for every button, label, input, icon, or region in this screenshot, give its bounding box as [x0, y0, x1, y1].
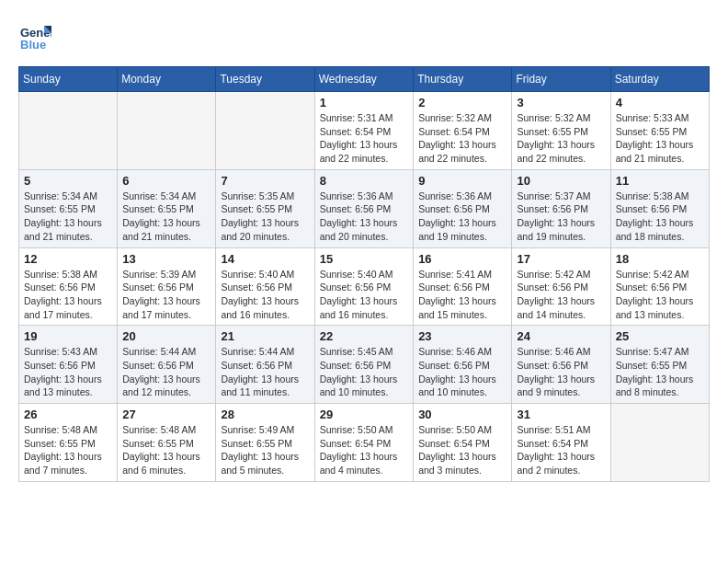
week-row-2: 5Sunrise: 5:34 AMSunset: 6:55 PMDaylight… — [19, 169, 710, 247]
day-info: Sunrise: 5:45 AMSunset: 6:56 PMDaylight:… — [320, 345, 408, 399]
day-info: Sunrise: 5:51 AMSunset: 6:54 PMDaylight:… — [517, 423, 605, 477]
day-number: 19 — [24, 329, 112, 343]
calendar-cell: 14Sunrise: 5:40 AMSunset: 6:56 PMDayligh… — [216, 247, 314, 326]
calendar-cell — [118, 92, 216, 170]
calendar-cell: 17Sunrise: 5:42 AMSunset: 6:56 PMDayligh… — [512, 247, 610, 326]
day-number: 16 — [418, 252, 506, 266]
week-row-3: 12Sunrise: 5:38 AMSunset: 6:56 PMDayligh… — [19, 247, 710, 326]
day-number: 3 — [517, 96, 605, 109]
day-info: Sunrise: 5:46 AMSunset: 6:56 PMDaylight:… — [517, 345, 605, 399]
day-info: Sunrise: 5:31 AMSunset: 6:54 PMDaylight:… — [320, 111, 408, 166]
day-info: Sunrise: 5:43 AMSunset: 6:56 PMDaylight:… — [24, 345, 112, 399]
calendar-cell: 7Sunrise: 5:35 AMSunset: 6:55 PMDaylight… — [216, 169, 314, 247]
day-number: 22 — [320, 329, 408, 343]
calendar-cell: 26Sunrise: 5:48 AMSunset: 6:55 PMDayligh… — [19, 404, 118, 482]
day-info: Sunrise: 5:40 AMSunset: 6:56 PMDaylight:… — [320, 268, 408, 322]
day-number: 12 — [24, 252, 112, 266]
calendar-cell: 31Sunrise: 5:51 AMSunset: 6:54 PMDayligh… — [512, 404, 610, 482]
week-row-4: 19Sunrise: 5:43 AMSunset: 6:56 PMDayligh… — [19, 326, 710, 404]
day-number: 8 — [320, 174, 408, 188]
svg-text:Blue: Blue — [20, 38, 46, 52]
calendar-cell: 4Sunrise: 5:33 AMSunset: 6:55 PMDaylight… — [610, 92, 709, 170]
calendar-cell: 25Sunrise: 5:47 AMSunset: 6:55 PMDayligh… — [610, 326, 709, 404]
day-info: Sunrise: 5:38 AMSunset: 6:56 PMDaylight:… — [24, 268, 112, 322]
day-number: 10 — [517, 174, 605, 188]
weekday-header-saturday: Saturday — [610, 67, 709, 92]
day-info: Sunrise: 5:50 AMSunset: 6:54 PMDaylight:… — [320, 423, 408, 477]
week-row-5: 26Sunrise: 5:48 AMSunset: 6:55 PMDayligh… — [19, 404, 710, 482]
day-number: 25 — [616, 329, 704, 343]
day-number: 28 — [221, 408, 309, 421]
calendar-cell: 10Sunrise: 5:37 AMSunset: 6:56 PMDayligh… — [512, 169, 610, 247]
day-number: 27 — [122, 408, 210, 421]
day-number: 24 — [517, 329, 605, 343]
calendar-cell: 30Sunrise: 5:50 AMSunset: 6:54 PMDayligh… — [414, 404, 512, 482]
calendar-cell: 5Sunrise: 5:34 AMSunset: 6:55 PMDaylight… — [19, 169, 118, 247]
day-number: 23 — [418, 329, 506, 343]
day-info: Sunrise: 5:37 AMSunset: 6:56 PMDaylight:… — [517, 190, 605, 244]
weekday-header-thursday: Thursday — [414, 67, 512, 92]
day-number: 7 — [221, 174, 309, 188]
day-info: Sunrise: 5:36 AMSunset: 6:56 PMDaylight:… — [320, 190, 408, 244]
day-number: 6 — [122, 174, 210, 188]
day-info: Sunrise: 5:36 AMSunset: 6:56 PMDaylight:… — [418, 190, 506, 244]
day-number: 20 — [122, 329, 210, 343]
day-info: Sunrise: 5:47 AMSunset: 6:55 PMDaylight:… — [616, 345, 704, 399]
calendar-cell: 15Sunrise: 5:40 AMSunset: 6:56 PMDayligh… — [314, 247, 413, 326]
calendar-cell: 21Sunrise: 5:44 AMSunset: 6:56 PMDayligh… — [216, 326, 314, 404]
day-number: 11 — [616, 174, 704, 188]
day-number: 17 — [517, 252, 605, 266]
day-info: Sunrise: 5:35 AMSunset: 6:55 PMDaylight:… — [221, 190, 309, 244]
day-info: Sunrise: 5:34 AMSunset: 6:55 PMDaylight:… — [122, 190, 210, 244]
day-number: 13 — [122, 252, 210, 266]
week-row-1: 1Sunrise: 5:31 AMSunset: 6:54 PMDaylight… — [19, 92, 710, 170]
calendar-cell: 27Sunrise: 5:48 AMSunset: 6:55 PMDayligh… — [118, 404, 216, 482]
day-info: Sunrise: 5:33 AMSunset: 6:55 PMDaylight:… — [616, 111, 704, 166]
calendar-cell: 29Sunrise: 5:50 AMSunset: 6:54 PMDayligh… — [314, 404, 413, 482]
day-info: Sunrise: 5:39 AMSunset: 6:56 PMDaylight:… — [122, 268, 210, 322]
calendar-cell: 3Sunrise: 5:32 AMSunset: 6:55 PMDaylight… — [512, 92, 610, 170]
day-info: Sunrise: 5:44 AMSunset: 6:56 PMDaylight:… — [221, 345, 309, 399]
day-info: Sunrise: 5:48 AMSunset: 6:55 PMDaylight:… — [24, 423, 112, 477]
calendar-cell: 11Sunrise: 5:38 AMSunset: 6:56 PMDayligh… — [610, 169, 709, 247]
logo: General Blue — [18, 18, 55, 52]
logo-icon: General Blue — [18, 18, 51, 52]
weekday-header-row: SundayMondayTuesdayWednesdayThursdayFrid… — [19, 67, 710, 92]
calendar-cell: 13Sunrise: 5:39 AMSunset: 6:56 PMDayligh… — [118, 247, 216, 326]
calendar-cell: 24Sunrise: 5:46 AMSunset: 6:56 PMDayligh… — [512, 326, 610, 404]
calendar-cell: 2Sunrise: 5:32 AMSunset: 6:54 PMDaylight… — [414, 92, 512, 170]
day-info: Sunrise: 5:38 AMSunset: 6:56 PMDaylight:… — [616, 190, 704, 244]
day-number: 9 — [418, 174, 506, 188]
day-info: Sunrise: 5:40 AMSunset: 6:56 PMDaylight:… — [221, 268, 309, 322]
day-info: Sunrise: 5:44 AMSunset: 6:56 PMDaylight:… — [122, 345, 210, 399]
weekday-header-sunday: Sunday — [19, 67, 118, 92]
day-info: Sunrise: 5:32 AMSunset: 6:55 PMDaylight:… — [517, 111, 605, 166]
day-number: 4 — [616, 96, 704, 109]
weekday-header-monday: Monday — [118, 67, 216, 92]
calendar-cell: 1Sunrise: 5:31 AMSunset: 6:54 PMDaylight… — [314, 92, 413, 170]
day-number: 30 — [418, 408, 506, 421]
day-info: Sunrise: 5:41 AMSunset: 6:56 PMDaylight:… — [418, 268, 506, 322]
day-info: Sunrise: 5:32 AMSunset: 6:54 PMDaylight:… — [418, 111, 506, 166]
day-number: 2 — [418, 96, 506, 109]
day-info: Sunrise: 5:48 AMSunset: 6:55 PMDaylight:… — [122, 423, 210, 477]
day-number: 18 — [616, 252, 704, 266]
day-number: 1 — [320, 96, 408, 109]
calendar-cell: 28Sunrise: 5:49 AMSunset: 6:55 PMDayligh… — [216, 404, 314, 482]
day-number: 21 — [221, 329, 309, 343]
calendar-cell: 18Sunrise: 5:42 AMSunset: 6:56 PMDayligh… — [610, 247, 709, 326]
day-info: Sunrise: 5:42 AMSunset: 6:56 PMDaylight:… — [517, 268, 605, 322]
calendar-cell: 9Sunrise: 5:36 AMSunset: 6:56 PMDaylight… — [414, 169, 512, 247]
calendar-cell: 6Sunrise: 5:34 AMSunset: 6:55 PMDaylight… — [118, 169, 216, 247]
calendar-cell: 16Sunrise: 5:41 AMSunset: 6:56 PMDayligh… — [414, 247, 512, 326]
calendar-cell: 19Sunrise: 5:43 AMSunset: 6:56 PMDayligh… — [19, 326, 118, 404]
calendar-cell: 23Sunrise: 5:46 AMSunset: 6:56 PMDayligh… — [414, 326, 512, 404]
weekday-header-wednesday: Wednesday — [314, 67, 413, 92]
day-info: Sunrise: 5:34 AMSunset: 6:55 PMDaylight:… — [24, 190, 112, 244]
day-info: Sunrise: 5:42 AMSunset: 6:56 PMDaylight:… — [616, 268, 704, 322]
calendar-cell — [216, 92, 314, 170]
weekday-header-friday: Friday — [512, 67, 610, 92]
calendar-cell — [19, 92, 118, 170]
day-number: 14 — [221, 252, 309, 266]
calendar-table: SundayMondayTuesdayWednesdayThursdayFrid… — [18, 66, 710, 482]
